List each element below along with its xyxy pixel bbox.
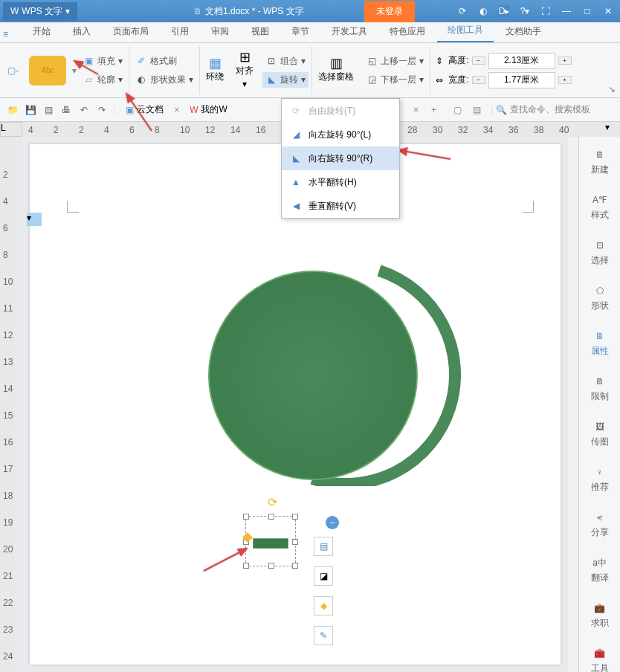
width-icon: ⇔ (433, 74, 445, 86)
print-icon[interactable]: 🖶 (59, 103, 73, 117)
share-icon: ⪪ (592, 510, 607, 525)
system-buttons: ⟳ ◐ D▸ ?▾ ⛶ — □ ✕ (456, 5, 614, 17)
theme-icon[interactable]: ◐ (477, 5, 489, 17)
handle-tr[interactable] (292, 514, 298, 520)
maximize-icon[interactable]: □ (581, 5, 593, 17)
layout-options-button[interactable]: ▤ (314, 537, 333, 556)
color-options-button[interactable]: ◆ (314, 596, 333, 616)
app-logo[interactable]: W WPS 文字 ▾ (3, 2, 77, 21)
dd-rotate-right[interactable]: ◣向右旋转 90°(R) (282, 146, 399, 170)
circle-shape[interactable] (208, 271, 418, 480)
login-button[interactable]: 未登录 (364, 1, 415, 22)
sp-property[interactable]: 🗎属性 (579, 326, 620, 361)
close-tab-icon[interactable]: × (174, 105, 179, 115)
rotate-button[interactable]: ◣旋转 ▾ (262, 72, 309, 88)
ruler-end[interactable]: ▾ (605, 122, 620, 137)
tab-draw[interactable]: 绘图工具 (437, 19, 494, 42)
expand-icon[interactable]: ⛶ (540, 5, 552, 17)
selection-pane-button[interactable]: ▥选择窗格 (312, 57, 360, 83)
close-tab-icon[interactable]: × (413, 105, 419, 115)
group-button[interactable]: ⊡组合 ▾ (262, 54, 309, 69)
list-icon[interactable]: ▤ (473, 105, 481, 115)
fill-options-button[interactable]: ◪ (314, 566, 333, 586)
save-icon[interactable]: 💾 (24, 103, 37, 117)
edit-shape-icon[interactable]: ▢◦ (3, 65, 23, 76)
sp-select[interactable]: ⊡选择 (579, 235, 620, 270)
app-name: WPS 文字 (22, 5, 62, 18)
print-preview-icon[interactable]: ▤ (42, 103, 55, 117)
format-painter-button[interactable]: ✐格式刷 (132, 54, 196, 69)
sp-shape[interactable]: ⬠形状 (579, 280, 620, 315)
height-plus[interactable]: + (558, 56, 572, 65)
sp-job[interactable]: 💼求职 (579, 598, 620, 633)
dialog-launcher-icon[interactable]: ↘ (608, 84, 616, 94)
height-label: 高度: (448, 54, 468, 67)
tab-review[interactable]: 审阅 (201, 21, 239, 42)
new-tab-icon[interactable]: + (431, 105, 436, 115)
height-input[interactable]: 2.13厘米 (488, 53, 555, 69)
width-plus[interactable]: + (558, 76, 572, 84)
doc-icon: 🗎 (193, 6, 202, 16)
tab-insert[interactable]: 插入 (62, 21, 101, 42)
width-minus[interactable]: − (472, 76, 485, 84)
handle-tc[interactable] (268, 514, 274, 520)
send-backward-button[interactable]: ◲下移一层 ▾ (363, 72, 427, 88)
sync-icon[interactable]: ⟳ (456, 5, 468, 17)
dd-flip-h[interactable]: ▲水平翻转(H) (282, 170, 399, 194)
tab-chapter[interactable]: 章节 (281, 21, 320, 42)
handle-br[interactable] (292, 563, 298, 569)
ruler-corner[interactable]: L (0, 122, 22, 137)
fill-tool-icon: ◪ (320, 571, 328, 581)
group-icon: ⊡ (265, 55, 277, 67)
minimize-icon[interactable]: — (561, 5, 572, 17)
annotation-arrow-2 (119, 89, 156, 134)
vertical-scrollbar[interactable] (568, 137, 578, 672)
help-icon[interactable]: ?▾ (519, 5, 531, 17)
handle-bc[interactable] (268, 563, 274, 569)
tab-devtools[interactable]: 开发工具 (321, 21, 378, 42)
dd-flip-v[interactable]: ◀垂直翻转(V) (282, 194, 399, 218)
menu-icon[interactable]: ≡ (3, 29, 8, 39)
redo-icon[interactable]: ↷ (95, 103, 109, 117)
tab-view[interactable]: 视图 (241, 21, 280, 42)
mywps-tab[interactable]: W我的W (184, 100, 233, 119)
selected-rectangle-shape[interactable] (253, 538, 288, 549)
collapse-toolbar-icon[interactable]: − (326, 516, 339, 529)
tab-special[interactable]: 特色应用 (379, 21, 436, 42)
width-input[interactable]: 1.77厘米 (488, 72, 555, 88)
tab-layout[interactable]: 页面布局 (103, 21, 159, 42)
sp-share[interactable]: ⪪分享 (579, 507, 620, 542)
sp-restrict[interactable]: 🗎限制 (579, 371, 620, 406)
undo-icon[interactable]: ↶ (77, 103, 91, 117)
member-icon[interactable]: D▸ (498, 5, 510, 17)
section-indicator[interactable]: ▾ (27, 213, 42, 226)
shape-preview[interactable]: Abc (29, 56, 66, 85)
dd-rotate-left[interactable]: ◢向左旋转 90°(L) (282, 123, 399, 146)
rotate-dropdown: ⟳自由旋转(T) ◢向左旋转 90°(L) ◣向右旋转 90°(R) ▲水平翻转… (281, 98, 400, 219)
search-icon: 🔍 (496, 105, 507, 115)
outline-options-button[interactable]: ✎ (314, 626, 333, 645)
shape-effect-button[interactable]: ◐形状效果 ▾ (132, 72, 196, 88)
handle-mr[interactable] (292, 539, 298, 545)
bring-forward-button[interactable]: ◱上移一层 ▾ (363, 54, 427, 69)
tab-dochelper[interactable]: 文档助手 (495, 21, 552, 42)
align-button[interactable]: ⊞对齐▾ (230, 51, 259, 89)
sp-new[interactable]: 🗎新建 (579, 144, 620, 179)
wrap-button[interactable]: ▦环绕 (200, 57, 230, 83)
tab-reference[interactable]: 引用 (161, 21, 199, 42)
wrap-icon: ▦ (209, 57, 221, 69)
search-box[interactable]: 🔍查找命令、搜索模板 (496, 103, 590, 116)
sp-upload-img[interactable]: 🖼传图 (579, 416, 620, 451)
rotation-handle[interactable]: ⟳ (268, 495, 277, 509)
handle-tl[interactable] (243, 514, 249, 520)
document-page[interactable]: ⟳ − ▤ ◪ ◆ ✎ (30, 144, 561, 665)
sp-recommend[interactable]: ♀推荐 (579, 462, 620, 497)
sp-tools[interactable]: 🧰工具 (579, 643, 620, 672)
sp-translate[interactable]: a中翻译 (579, 552, 620, 587)
sp-style[interactable]: A℉样式 (579, 190, 620, 224)
window-icon[interactable]: ▢ (453, 105, 462, 115)
close-icon[interactable]: ✕ (602, 5, 614, 17)
height-minus[interactable]: − (472, 56, 485, 65)
tab-start[interactable]: 开始 (22, 21, 61, 42)
open-icon[interactable]: 📁 (6, 103, 19, 117)
